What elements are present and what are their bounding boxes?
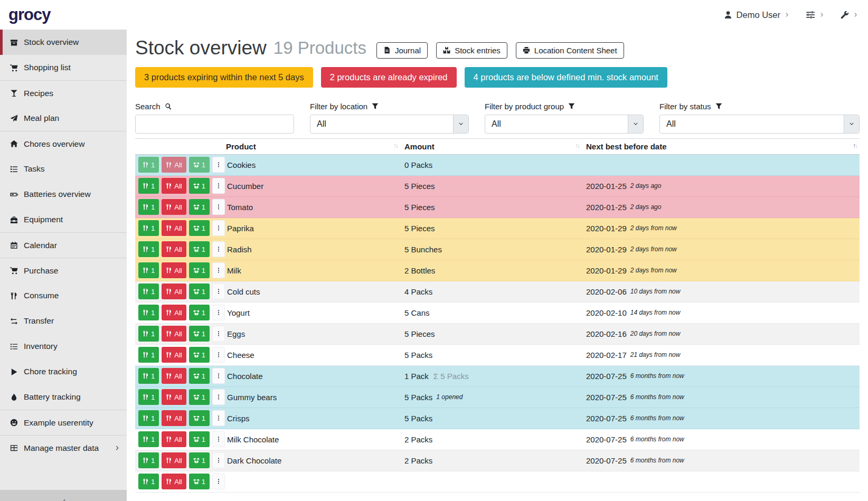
consume-all-button[interactable]: All (162, 389, 186, 405)
open-one-button[interactable]: 1 (189, 347, 210, 363)
open-one-button[interactable]: 1 (189, 452, 210, 468)
open-one-button[interactable]: 1 (189, 157, 210, 173)
consume-one-button[interactable]: 1 (138, 178, 159, 194)
admin-menu[interactable] (841, 11, 858, 19)
consume-all-button[interactable]: All (162, 220, 186, 236)
open-one-button[interactable]: 1 (189, 305, 210, 320)
consume-one-button[interactable]: 1 (138, 199, 159, 215)
filter-by-status-select[interactable]: All (659, 115, 860, 134)
button-label: All (174, 372, 182, 380)
open-one-button[interactable]: 1 (189, 431, 210, 447)
open-one-button[interactable]: 1 (189, 262, 210, 278)
consume-all-button[interactable]: All (162, 347, 186, 363)
column-product[interactable]: Product ↑↓ (222, 139, 400, 154)
toolbox-icon (8, 216, 19, 224)
open-one-button[interactable]: 1 (189, 410, 210, 426)
open-one-button[interactable]: 1 (189, 178, 210, 194)
sidebar-item-recipes[interactable]: Recipes (0, 80, 127, 106)
date-note: 14 days from now (630, 309, 681, 316)
consume-one-button[interactable]: 1 (138, 452, 159, 468)
utensils-icon (8, 292, 19, 300)
selected-value: All (310, 115, 326, 133)
sidebar-item-manage-master-data[interactable]: Manage master data (0, 435, 127, 460)
status-banner-danger[interactable]: 2 products are already expired (321, 67, 457, 88)
consume-one-button[interactable]: 1 (138, 220, 159, 236)
consume-all-button[interactable]: All (162, 199, 186, 215)
consume-all-button[interactable]: All (162, 305, 186, 320)
consume-all-button[interactable]: All (162, 452, 186, 468)
sidebar-item-transfer[interactable]: Transfer (0, 308, 127, 334)
amount-value: 5 Pieces (404, 203, 435, 212)
consume-one-button[interactable]: 1 (138, 474, 159, 489)
open-one-button[interactable]: 1 (189, 368, 210, 384)
sidebar-item-meal-plan[interactable]: Meal plan (0, 106, 127, 131)
open-one-button[interactable]: 1 (189, 241, 210, 257)
consume-one-button[interactable]: 1 (138, 262, 159, 278)
filter-by-product-group-select[interactable]: All (485, 115, 644, 134)
sidebar-item-batteries-overview[interactable]: Batteries overview (0, 182, 127, 207)
filter-by-location-select[interactable]: All (310, 115, 469, 134)
open-one-button[interactable]: 1 (189, 199, 210, 215)
status-banner-warning[interactable]: 3 products expiring within the next 5 da… (135, 67, 313, 88)
sidebar-item-equipment[interactable]: Equipment (0, 207, 127, 232)
sidebar-item-purchase[interactable]: Purchase (0, 258, 127, 283)
consume-all-button[interactable]: All (162, 262, 186, 278)
consume-one-button[interactable]: 1 (138, 241, 159, 257)
grocy-logo[interactable]: grocy (8, 5, 50, 24)
sidebar-item-chore-tracking[interactable]: Chore tracking (0, 359, 127, 384)
user-menu[interactable]: Demo User (724, 10, 790, 20)
consume-one-button[interactable]: 1 (138, 305, 159, 320)
consume-one-button[interactable]: 1 (138, 389, 159, 405)
status-banner-info[interactable]: 4 products are below defined min. stock … (465, 67, 667, 88)
open-one-button[interactable]: 1 (189, 283, 210, 299)
select-dropdown-toggle[interactable] (844, 115, 859, 133)
consume-all-button[interactable]: All (162, 157, 186, 173)
sidebar-item-tasks[interactable]: Tasks (0, 156, 127, 182)
settings-menu[interactable] (806, 10, 825, 20)
consume-all-button[interactable]: All (162, 474, 186, 489)
open-one-button[interactable]: 1 (189, 326, 210, 342)
journal-button[interactable]: Journal (376, 42, 428, 59)
smile-icon (8, 419, 19, 427)
stock-row-paprika: 1All1Paprika5 Pieces2020-01-292 days fro… (135, 218, 860, 239)
open-one-button[interactable]: 1 (189, 220, 210, 236)
consume-one-button[interactable]: 1 (138, 157, 159, 173)
sidebar-item-example-userentity[interactable]: Example userentity (0, 410, 127, 435)
button-label: 1 (202, 436, 205, 443)
sidebar-item-chores-overview[interactable]: Chores overview (0, 131, 127, 156)
column-amount[interactable]: Amount ↑↓ (400, 139, 582, 154)
consume-all-button[interactable]: All (162, 410, 186, 426)
consume-one-button[interactable]: 1 (138, 347, 159, 363)
row-actions: 1All1 (135, 408, 222, 429)
stock-entries-button[interactable]: Stock entries (436, 42, 507, 59)
shopping-cart-icon (8, 267, 19, 275)
page-header: Stock overview 19 Products JournalStock … (135, 37, 860, 60)
column-next-best-before-date[interactable]: Next best before date ↑↓ (582, 139, 860, 154)
select-dropdown-toggle[interactable] (628, 115, 643, 133)
consume-all-button[interactable]: All (162, 431, 186, 447)
sidebar-item-calendar[interactable]: Calendar (0, 232, 127, 258)
consume-all-button[interactable]: All (162, 178, 186, 194)
consume-one-button[interactable]: 1 (138, 368, 159, 384)
consume-all-button[interactable]: All (162, 326, 186, 342)
consume-all-button[interactable]: All (162, 241, 186, 257)
sidebar-item-consume[interactable]: Consume (0, 283, 127, 308)
sidebar-item-battery-tracking[interactable]: Battery tracking (0, 384, 127, 410)
sidebar-item-stock-overview[interactable]: Stock overview (0, 30, 127, 55)
location-content-sheet-button[interactable]: Location Content Sheet (516, 42, 624, 59)
sidebar-item-shopping-list[interactable]: Shopping list (0, 55, 127, 80)
sidebar-item-inventory[interactable]: Inventory (0, 334, 127, 359)
consume-one-button[interactable]: 1 (138, 326, 159, 342)
open-one-button[interactable]: 1 (189, 389, 210, 405)
sidebar-collapse-button[interactable] (0, 490, 127, 501)
consume-one-button[interactable]: 1 (138, 431, 159, 447)
search-input[interactable] (135, 115, 294, 134)
open-one-button[interactable]: 1 (189, 474, 210, 489)
chevron-down-icon (633, 121, 638, 127)
consume-all-button[interactable]: All (162, 283, 186, 299)
consume-one-button[interactable]: 1 (138, 283, 159, 299)
consume-all-button[interactable]: All (162, 368, 186, 384)
select-dropdown-toggle[interactable] (453, 115, 468, 133)
box-open-icon (193, 183, 200, 189)
consume-one-button[interactable]: 1 (138, 410, 159, 426)
